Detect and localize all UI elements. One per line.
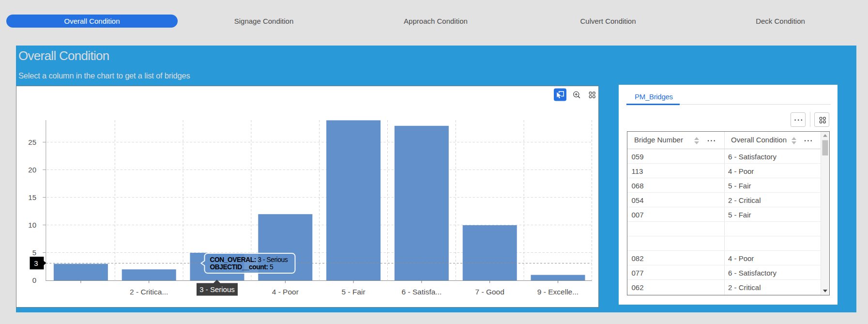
svg-text:6 - Satisfa...: 6 - Satisfa... (402, 288, 442, 296)
svg-text:25: 25 (28, 138, 36, 146)
svg-text:4 - Poor: 4 - Poor (272, 288, 299, 296)
svg-text:3 - Serious: 3 - Serious (199, 285, 235, 293)
svg-text:20: 20 (28, 166, 36, 174)
svg-text:10: 10 (28, 221, 36, 229)
svg-text:3: 3 (34, 259, 38, 267)
svg-text:7 - Good: 7 - Good (475, 288, 504, 296)
svg-text:5: 5 (32, 248, 36, 257)
svg-text:OBJECTID__count: 5: OBJECTID__count: 5 (210, 263, 274, 271)
svg-text:9 - Excelle...: 9 - Excelle... (537, 288, 579, 296)
svg-text:CON_OVERAL: 3 - Serious: CON_OVERAL: 3 - Serious (210, 256, 288, 263)
svg-text:5 - Fair: 5 - Fair (342, 288, 365, 296)
svg-text:2 - Critica...: 2 - Critica... (130, 288, 168, 296)
svg-text:15: 15 (28, 193, 36, 201)
svg-text:0: 0 (32, 276, 36, 284)
